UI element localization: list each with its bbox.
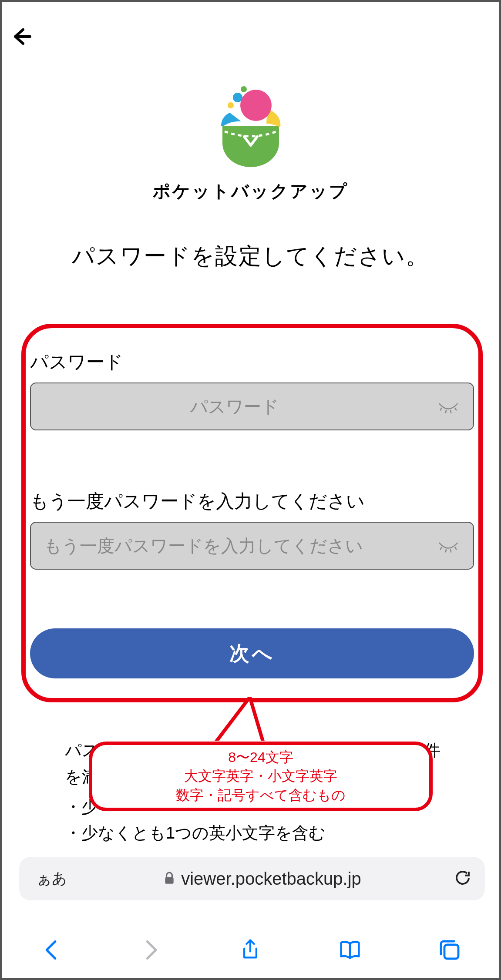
password-requirements: パスワード 4 文字で 以下の要件を満たし 少 少なくとも1つの英小文字を含む — [65, 737, 448, 846]
chevron-right-icon — [140, 939, 162, 961]
eye-closed-icon — [437, 535, 459, 557]
browser-tabs-button[interactable] — [437, 937, 463, 963]
password-label: パスワード — [30, 350, 123, 374]
svg-point-3 — [228, 102, 234, 108]
book-icon — [339, 939, 361, 961]
brand-name: ポケットバックアップ — [153, 179, 349, 203]
brand-logo-block: ポケットバックアップ — [2, 84, 499, 203]
browser-share-button[interactable] — [237, 937, 263, 963]
reload-button[interactable] — [454, 869, 472, 889]
lock-icon — [164, 869, 175, 889]
back-button[interactable] — [8, 23, 34, 50]
requirement-item: 少 — [65, 794, 448, 820]
svg-point-2 — [241, 86, 247, 92]
page-title: パスワードを設定してください。 — [2, 241, 499, 272]
password-input[interactable] — [44, 397, 425, 416]
brand-logo-icon — [212, 84, 290, 171]
chevron-left-icon — [40, 939, 63, 961]
requirements-intro: パスワード 4 文字で 以下の要件を満たし — [65, 737, 448, 790]
reload-icon — [454, 869, 472, 887]
password-confirm-field-wrap — [30, 522, 474, 570]
app-screenshot: ポケットバックアップ パスワードを設定してください。 パスワード もう一度パスワ… — [0, 0, 501, 980]
browser-address-bar[interactable]: ぁあ viewer.pocketbackup.jp — [19, 857, 485, 900]
eye-closed-icon — [437, 396, 459, 417]
password-confirm-input[interactable] — [44, 536, 425, 556]
toggle-confirm-visibility[interactable] — [436, 534, 460, 558]
browser-back-button[interactable] — [38, 937, 64, 963]
svg-rect-7 — [444, 945, 458, 959]
svg-point-0 — [240, 90, 272, 121]
browser-url: viewer.pocketbackup.jp — [181, 869, 361, 889]
svg-rect-6 — [165, 877, 174, 883]
browser-forward-button[interactable] — [138, 937, 164, 963]
password-field-wrap — [30, 383, 474, 430]
arrow-left-icon — [11, 26, 32, 47]
toggle-password-visibility[interactable] — [436, 395, 460, 419]
browser-bookmarks-button[interactable] — [337, 937, 363, 963]
next-button[interactable]: 次へ — [30, 628, 474, 678]
svg-point-1 — [233, 93, 242, 102]
requirement-item: 少なくとも1つの英小文字を含む — [65, 820, 448, 846]
tabs-icon — [438, 939, 461, 961]
browser-bottom-toolbar — [2, 922, 499, 978]
password-confirm-label: もう一度パスワードを入力してください — [30, 489, 478, 513]
share-icon — [239, 939, 262, 961]
text-size-button[interactable]: ぁあ — [32, 866, 71, 891]
